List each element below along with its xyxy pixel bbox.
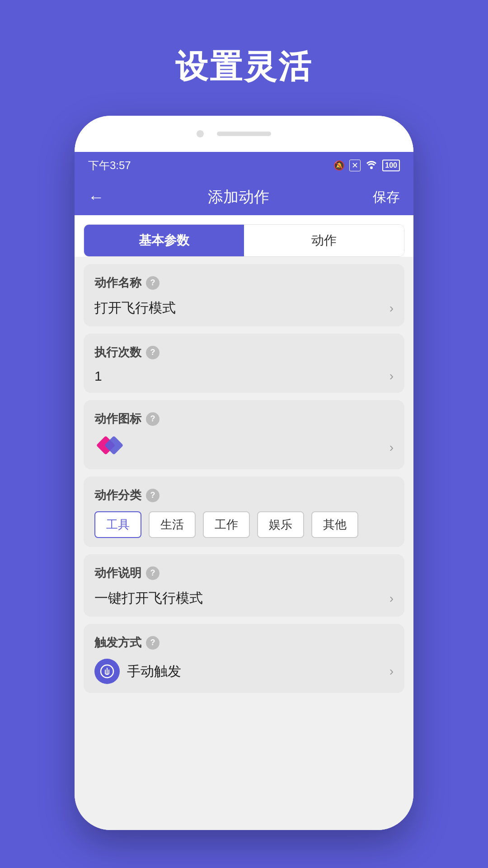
action-desc-value: 一键打开飞行模式 [94, 589, 203, 608]
status-bar: 下午3:57 🔕 ✕ 100 [75, 152, 413, 179]
app-bar-title: 添加动作 [208, 187, 269, 208]
exec-count-value-row[interactable]: 1 › [94, 368, 394, 384]
content-area: 动作名称 ? 打开飞行模式 › 执行次数 ? 1 › 动作图标 ? [75, 257, 413, 830]
chip-other[interactable]: 其他 [311, 511, 358, 538]
action-icon-preview [94, 435, 126, 460]
trigger-icon-circle [94, 659, 120, 684]
trigger-method-help-icon[interactable]: ? [146, 636, 160, 650]
action-icon-help-icon[interactable]: ? [146, 412, 160, 426]
trigger-method-label: 触发方式 [94, 635, 141, 651]
exec-count-chevron: › [389, 369, 394, 383]
svg-point-0 [370, 166, 373, 169]
status-icons: 🔕 ✕ 100 [333, 160, 400, 172]
status-time: 下午3:57 [88, 158, 131, 173]
action-icon-chevron: › [389, 440, 394, 455]
save-button[interactable]: 保存 [373, 188, 400, 207]
section-trigger-method-header: 触发方式 ? [94, 635, 394, 651]
cross-icon: ✕ [349, 160, 361, 171]
action-desc-chevron: › [389, 591, 394, 606]
phone-shell: 下午3:57 🔕 ✕ 100 ← 添加动作 保存 基本参数 动作 [75, 116, 413, 830]
action-icon-label: 动作图标 [94, 411, 141, 427]
section-exec-count: 执行次数 ? 1 › [84, 334, 404, 393]
diamond-icon [94, 435, 126, 460]
exec-count-help-icon[interactable]: ? [146, 346, 160, 359]
hand-touch-icon [99, 664, 115, 679]
tab-basic-params[interactable]: 基本参数 [84, 225, 244, 256]
tab-action[interactable]: 动作 [244, 225, 404, 256]
action-desc-label: 动作说明 [94, 565, 141, 581]
trigger-method-value: 手动触发 [127, 662, 181, 681]
exec-count-label: 执行次数 [94, 344, 141, 360]
bell-icon: 🔕 [333, 160, 345, 171]
battery-icon: 100 [382, 160, 400, 171]
trigger-method-chevron: › [389, 664, 394, 679]
action-name-help-icon[interactable]: ? [146, 276, 160, 290]
phone-notch [75, 116, 413, 152]
trigger-method-value-row[interactable]: 手动触发 › [94, 659, 394, 684]
app-bar: ← 添加动作 保存 [75, 179, 413, 215]
action-name-value: 打开飞行模式 [94, 299, 176, 317]
section-action-desc-header: 动作说明 ? [94, 565, 394, 581]
section-action-name-header: 动作名称 ? [94, 275, 394, 291]
chip-tools[interactable]: 工具 [94, 511, 141, 538]
action-desc-value-row[interactable]: 一键打开飞行模式 › [94, 589, 394, 608]
section-action-icon-header: 动作图标 ? [94, 411, 394, 427]
section-action-desc: 动作说明 ? 一键打开飞行模式 › [84, 554, 404, 617]
category-chips: 工具 生活 工作 娱乐 其他 [94, 511, 394, 538]
section-exec-count-header: 执行次数 ? [94, 344, 394, 360]
chip-entertainment[interactable]: 娱乐 [257, 511, 304, 538]
chip-life[interactable]: 生活 [149, 511, 196, 538]
page-title: 设置灵活 [175, 45, 313, 89]
action-name-value-row[interactable]: 打开飞行模式 › [94, 299, 394, 317]
action-category-label: 动作分类 [94, 487, 141, 503]
action-name-label: 动作名称 [94, 275, 141, 291]
section-action-icon: 动作图标 ? › [84, 400, 404, 469]
action-name-chevron: › [389, 301, 394, 316]
wifi-icon [365, 160, 378, 172]
section-action-category-header: 动作分类 ? [94, 487, 394, 503]
exec-count-value: 1 [94, 368, 102, 384]
section-action-category: 动作分类 ? 工具 生活 工作 娱乐 其他 [84, 476, 404, 547]
action-icon-value-row[interactable]: › [94, 435, 394, 460]
section-trigger-method: 触发方式 ? 手动触发 › [84, 624, 404, 693]
phone-speaker [217, 132, 271, 136]
chip-work[interactable]: 工作 [203, 511, 250, 538]
tab-bar: 基本参数 动作 [84, 224, 404, 257]
back-button[interactable]: ← [88, 188, 104, 207]
phone-camera [197, 130, 204, 137]
action-category-help-icon[interactable]: ? [146, 489, 160, 502]
section-action-name: 动作名称 ? 打开飞行模式 › [84, 264, 404, 326]
trigger-row: 手动触发 [94, 659, 181, 684]
action-desc-help-icon[interactable]: ? [146, 566, 160, 580]
